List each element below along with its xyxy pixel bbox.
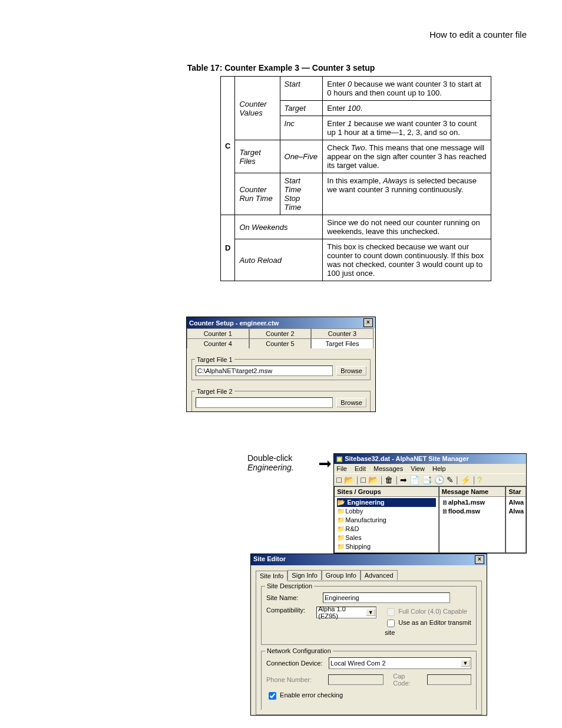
browse-button-2[interactable]: Browse [336,398,366,407]
folder-icon: 📁 [337,534,345,541]
list-item[interactable]: 📂 Engineering [337,498,436,507]
site-editor-tabs: Site InfoSign InfoGroup InfoAdvanced [256,570,482,581]
menu-messages[interactable]: Messages [373,465,403,472]
tab-counter-5[interactable]: Counter 5 [249,338,312,348]
tab-counter-3[interactable]: Counter 3 [311,328,373,338]
group-target-files: Target Files [235,140,280,173]
compatibility-select[interactable]: Alpha 1.0 (EZ95)▼ [316,607,376,618]
fullcolor-checkbox[interactable]: Full Color (4.0) Capable [385,607,471,618]
close-icon[interactable]: × [475,555,484,564]
toolbar-new-icon[interactable]: □ [336,475,343,485]
tab-counter-1[interactable]: Counter 1 [187,328,249,338]
site-editor-window: Site Editor × Site InfoSign InfoGroup In… [250,554,487,716]
toolbar-new2-icon[interactable]: □ [361,475,368,485]
site-manager-title: ▣Sitebase32.dat - AlphaNET Site Manager [334,454,526,464]
folder-open-icon: 📂 [337,499,345,506]
connection-device-select[interactable]: Local Wired Com 2▼ [329,657,471,669]
toolbar-flash-icon[interactable]: ⚡ [461,475,473,485]
field-target: Target [280,101,323,116]
desc-on-weekends: Since we do not need our counter running… [323,215,491,239]
field-one-five: One–Five [280,140,323,173]
toolbar-help-icon[interactable]: ? [477,475,484,485]
menu-file[interactable]: File [336,465,347,472]
list-item[interactable]: 📁Sales [337,533,436,542]
network-config-legend: Network Configuration [265,647,333,654]
target-file-2-input[interactable] [196,397,333,408]
col-message-name[interactable]: Message Name [439,487,505,497]
editor-transmit-checkbox[interactable]: Use as an Editor transmit site [385,618,471,636]
phone-number-label: Phone Number: [266,676,325,683]
folder-icon: 📁 [337,543,345,550]
tab-target-files[interactable]: Target Files [311,338,373,348]
list-item[interactable]: 📁R&D [337,525,436,533]
tab-group-info[interactable]: Group Info [322,570,361,580]
enable-error-checking-checkbox[interactable]: Enable error checking [266,690,343,701]
toolbar-open-icon[interactable]: 📂 [344,475,356,485]
site-description-legend: Site Description [265,582,314,589]
desc-inc: Enter 1 because we want counter 3 to cou… [323,116,491,140]
list-item: Alwa [508,507,523,516]
table-row: Counter Run Time Start Time Stop Time In… [221,173,491,215]
table-row: Target Files One–Five Check Two. This me… [221,140,491,173]
phone-number-input [328,674,384,685]
target-file-1-legend: Target File 1 [195,356,234,363]
starts-list: Alwa Alwa [506,497,525,517]
page-header: How to edit a counter file [35,29,527,39]
site-name-label: Site Name: [266,594,319,601]
arrow-right-icon [319,458,331,470]
browse-button-1[interactable]: Browse [336,366,366,375]
sites-list: 📂 Engineering 📁Lobby 📁Manufacturing 📁R&D… [335,497,438,552]
toolbar-copy-icon[interactable]: 📑 [422,475,434,485]
tab-site-info[interactable]: Site Info [256,571,287,581]
toolbar-open2-icon[interactable]: 📂 [368,475,381,485]
tab-counter-2[interactable]: Counter 2 [249,328,312,338]
toolbar-edit-icon[interactable]: ✎ [447,475,456,485]
desc-auto-reload: This box is checked because we want our … [323,239,491,281]
tab-sign-info[interactable]: Sign Info [287,570,321,580]
chevron-down-icon[interactable]: ▼ [366,609,375,616]
field-start-stop: Start Time Stop Time [280,173,323,215]
tab-counter-4[interactable]: Counter 4 [187,338,249,348]
field-inc: Inc [280,116,323,140]
list-item[interactable]: 📁Shipping [337,542,436,551]
group-counter-values: Counter Values [235,77,280,140]
col-start[interactable]: Star [506,487,525,497]
list-item[interactable]: 🗎flood.msw [442,507,503,516]
network-config-group: Network Configuration Connection Device:… [261,651,477,710]
menu-bar: File Edit Messages View Help [334,464,526,473]
list-item[interactable]: 📁Lobby [337,507,436,516]
app-icon: ▣ [336,455,342,462]
site-manager-window: ▣Sitebase32.dat - AlphaNET Site Manager … [333,453,527,554]
toolbar-doc-icon[interactable]: 📄 [409,475,422,485]
col-sites-groups[interactable]: Sites / Groups [335,487,438,497]
list-item[interactable]: 🗎alpha1.msw [442,498,503,507]
close-icon[interactable]: × [363,318,373,327]
annotation-text: Double-click Engineering. [247,453,317,472]
group-auto-reload: Auto Reload [235,239,323,281]
toolbar-delete-icon[interactable]: 🗑 [385,475,395,485]
chevron-down-icon[interactable]: ▼ [461,660,470,667]
window-title: Counter Setup - engineer.ctw [189,319,279,327]
list-item[interactable]: 📁Manufacturing [337,516,436,525]
menu-view[interactable]: View [411,465,425,472]
site-name-input[interactable]: Engineering [323,592,450,603]
group-on-weekends: On Weekends [235,215,323,239]
table-row: D On Weekends Since we do not need our c… [221,215,491,239]
folder-icon: 📁 [337,508,345,515]
menu-edit[interactable]: Edit [355,465,366,472]
target-file-1-input[interactable]: C:\AlphaNET\target2.msw [196,365,333,376]
counter-setup-window: Counter Setup - engineer.ctw × Counter 1… [186,317,376,412]
counter-tabs: Counter 1 Counter 2 Counter 3 Counter 4 … [187,328,375,348]
group-run-time: Counter Run Time [235,173,280,215]
site-editor-title-bar: Site Editor × [251,554,487,565]
tab-advanced[interactable]: Advanced [361,570,398,580]
toolbar-clock-icon[interactable]: 🕒 [434,475,447,485]
messages-list: 🗎alpha1.msw 🗎flood.msw [439,497,505,517]
toolbar-send-icon[interactable]: ➡ [400,475,409,485]
section-d: D [221,215,235,281]
site-description-group: Site Description Site Name: Engineering … [261,586,477,645]
site-editor-title: Site Editor [253,555,286,564]
menu-help[interactable]: Help [432,465,446,472]
desc-start: Enter 0 because we want counter 3 to sta… [323,77,491,101]
table-row: C Counter Values Start Enter 0 because w… [221,77,491,101]
